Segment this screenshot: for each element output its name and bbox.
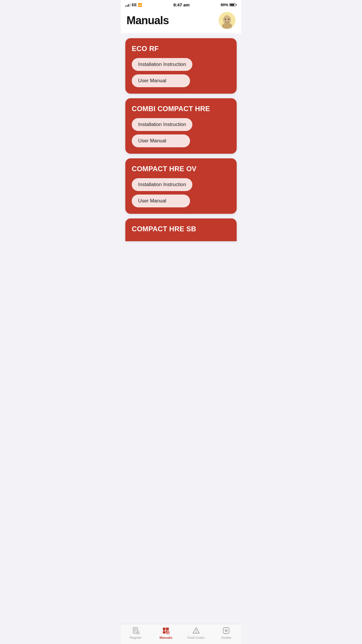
status-right: 90% xyxy=(221,3,237,7)
battery-percentage: 90% xyxy=(221,3,228,7)
svg-point-3 xyxy=(228,19,229,20)
signal-icon xyxy=(125,3,131,7)
card-compact-hre-sb: COMPACT HRE SB xyxy=(125,218,237,241)
card-compact-hre-ov: COMPACT HRE OV Installation Instruction … xyxy=(125,158,237,214)
status-left: EE 📶 xyxy=(125,3,142,7)
card-buttons-combi: Installation Instruction User Manual xyxy=(132,118,230,147)
avatar-image xyxy=(219,12,236,29)
card-title-eco-rf: ECO RF xyxy=(132,45,230,53)
page-title: Manuals xyxy=(126,14,169,27)
card-title-combi: COMBI COMPACT HRE xyxy=(132,105,230,113)
content-area: ECO RF Installation Instruction User Man… xyxy=(121,34,241,265)
wifi-icon: 📶 xyxy=(138,3,142,7)
installation-instruction-btn-3[interactable]: Installation Instruction xyxy=(132,178,192,191)
installation-instruction-btn-2[interactable]: Installation Instruction xyxy=(132,118,192,131)
card-title-hre-sb: COMPACT HRE SB xyxy=(132,225,230,233)
header: Manuals xyxy=(121,8,241,34)
user-manual-btn-2[interactable]: User Manual xyxy=(132,134,190,147)
carrier-label: EE xyxy=(132,3,137,7)
installation-instruction-btn-1[interactable]: Installation Instruction xyxy=(132,58,192,71)
card-buttons-eco-rf: Installation Instruction User Manual xyxy=(132,58,230,87)
card-eco-rf: ECO RF Installation Instruction User Man… xyxy=(125,38,237,94)
status-bar: EE 📶 9:47 am 90% xyxy=(121,0,241,8)
svg-point-2 xyxy=(225,19,226,20)
card-buttons-hre-ov: Installation Instruction User Manual xyxy=(132,178,230,207)
battery-icon xyxy=(229,3,237,6)
user-manual-btn-3[interactable]: User Manual xyxy=(132,195,190,207)
avatar[interactable] xyxy=(219,12,236,29)
user-manual-btn-1[interactable]: User Manual xyxy=(132,74,190,87)
clock: 9:47 am xyxy=(173,2,190,7)
card-combi-compact-hre: COMBI COMPACT HRE Installation Instructi… xyxy=(125,98,237,154)
card-title-hre-ov: COMPACT HRE OV xyxy=(132,165,230,173)
